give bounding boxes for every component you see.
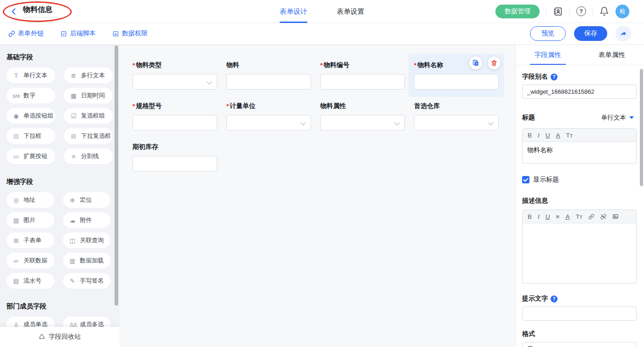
- canvas-field-material-code[interactable]: *物料编号: [320, 61, 405, 90]
- font-color-button[interactable]: A: [556, 132, 560, 139]
- remove-link-button[interactable]: [600, 214, 606, 220]
- sidebar-scrollbar[interactable]: [115, 46, 118, 306]
- field-type-signature[interactable]: ✎手写签名: [63, 273, 111, 289]
- bold-button[interactable]: B: [528, 213, 532, 220]
- alias-input[interactable]: _widget_1668821615862: [522, 85, 637, 99]
- bold-button[interactable]: B: [528, 132, 532, 139]
- pill-grid: T单行文本 ≣多行文本 123数字 ▦日期时间 ◉单选按钮组 ☑复选框组 ⊡下拉…: [6, 68, 110, 164]
- field-type-dropdown-multi[interactable]: ⊟下拉复选框: [64, 128, 113, 144]
- title-label-row: 标题 单行文本: [522, 112, 637, 124]
- field-select[interactable]: [320, 115, 405, 131]
- pill-label: 手写签名: [80, 277, 104, 285]
- copy-field-button[interactable]: [469, 57, 482, 69]
- field-type-divider-line[interactable]: ≡分割线: [64, 148, 113, 164]
- field-type-number[interactable]: 123数字: [6, 88, 55, 103]
- underline-button[interactable]: U: [546, 132, 550, 139]
- panel-scrollbar[interactable]: [640, 69, 643, 186]
- canvas-field-spec-model[interactable]: *规格型号: [132, 102, 217, 131]
- data-manage-button[interactable]: 数据管理: [495, 5, 540, 18]
- field-type-dropdown[interactable]: ⊡下拉框: [6, 128, 55, 144]
- user-avatar[interactable]: 检: [615, 5, 629, 18]
- canvas-field-initial-stock[interactable]: 期初库存: [132, 142, 217, 171]
- form-toolbar: 表单外链 后端脚本 数据权限 预览 保存: [0, 23, 644, 45]
- field-input[interactable]: [132, 115, 217, 131]
- signature-icon: ✎: [69, 278, 76, 284]
- back-button[interactable]: [9, 7, 18, 16]
- canvas-field-material-type[interactable]: *物料类型: [132, 61, 217, 90]
- field-input[interactable]: [132, 156, 217, 171]
- canvas-field-preferred-warehouse[interactable]: 首选仓库: [414, 102, 499, 131]
- field-type-address[interactable]: ◎地址: [6, 192, 54, 208]
- field-type-subform[interactable]: ⊞子表单: [6, 233, 54, 248]
- canvas-grid: *物料类型 物料 *物料编号: [120, 45, 515, 171]
- tab-form-properties[interactable]: 表单属性: [580, 45, 644, 65]
- italic-button[interactable]: I: [538, 132, 540, 139]
- field-input[interactable]: [226, 74, 311, 90]
- delete-field-button[interactable]: [488, 57, 500, 69]
- hint-input[interactable]: [522, 307, 637, 321]
- format-select[interactable]: 无: [522, 342, 637, 347]
- title-editor-content[interactable]: 物料名称: [523, 142, 636, 163]
- field-type-serial-number[interactable]: ▤流水号: [6, 273, 54, 289]
- font-color-button[interactable]: A: [565, 213, 569, 220]
- tab-field-properties[interactable]: 字段属性: [516, 45, 580, 65]
- field-type-checkbox-group[interactable]: ☑复选框组: [64, 108, 113, 124]
- italic-button[interactable]: I: [538, 213, 540, 220]
- form-canvas[interactable]: *物料类型 物料 *物料编号: [120, 45, 515, 347]
- field-type-location[interactable]: ⊕定位: [63, 192, 111, 208]
- field-type-attachment[interactable]: ☁附件: [63, 212, 111, 228]
- field-select[interactable]: [132, 74, 217, 90]
- hint-help-icon[interactable]: ?: [551, 296, 558, 302]
- field-select[interactable]: [226, 115, 311, 131]
- pill-label: 定位: [80, 196, 92, 204]
- share-button[interactable]: [615, 26, 631, 41]
- help-icon[interactable]: ?: [576, 6, 586, 16]
- field-type-extend-button[interactable]: ▭扩展按钮: [6, 148, 55, 164]
- field-label-text: 物料名称: [417, 61, 443, 69]
- tab-form-design[interactable]: 表单设计: [280, 0, 307, 23]
- canvas-field-material-attr[interactable]: 物料属性: [320, 102, 405, 131]
- preview-button[interactable]: 预览: [530, 26, 566, 41]
- field-type-single-line-text[interactable]: T单行文本: [6, 68, 55, 83]
- field-type-data-load[interactable]: ▥数据加载: [63, 253, 111, 268]
- save-button[interactable]: 保存: [574, 26, 607, 41]
- field-recycle-bin[interactable]: ♺ 字段回收站: [0, 327, 120, 347]
- canvas-field-unit[interactable]: *计量单位: [226, 102, 311, 131]
- font-size-button[interactable]: Tт: [575, 213, 582, 220]
- field-type-datetime[interactable]: ▦日期时间: [64, 88, 113, 103]
- backend-script-link[interactable]: 后端脚本: [60, 29, 96, 38]
- show-title-checkbox[interactable]: [522, 176, 529, 183]
- description-label-row: 描述信息: [522, 197, 637, 205]
- field-label-text: 计量单位: [230, 102, 255, 110]
- canvas-field-material-name-selected[interactable]: *物料名称: [408, 54, 504, 97]
- field-input[interactable]: [414, 74, 499, 90]
- field-type-dropdown[interactable]: 单行文本: [598, 112, 637, 124]
- field-type-linked-query[interactable]: ◫关联查询: [63, 233, 111, 248]
- page-title[interactable]: 物料信息: [23, 5, 52, 17]
- field-type-image[interactable]: ▧图片: [6, 212, 54, 228]
- field-type-multi-line-text[interactable]: ≣多行文本: [64, 68, 113, 83]
- alias-help-icon[interactable]: ?: [551, 74, 558, 80]
- toolbar-link-label: 数据权限: [122, 29, 148, 38]
- required-star: *: [320, 62, 322, 69]
- address-icon: ◎: [12, 197, 20, 204]
- insert-link-button[interactable]: [588, 214, 594, 220]
- align-button[interactable]: ≡: [556, 213, 560, 220]
- underline-button[interactable]: U: [546, 213, 550, 220]
- form-external-link[interactable]: 表单外链: [8, 29, 44, 38]
- field-input[interactable]: [320, 74, 405, 90]
- insert-image-button[interactable]: [612, 213, 619, 220]
- field-actions: [469, 57, 500, 69]
- field-type-radio-group[interactable]: ◉单选按钮组: [6, 108, 55, 124]
- field-select[interactable]: [414, 115, 499, 131]
- field-label: *物料编号: [320, 61, 405, 70]
- contacts-book-icon[interactable]: [553, 6, 563, 17]
- font-size-button[interactable]: Tт: [566, 132, 573, 139]
- field-type-linked-data[interactable]: ∞关联数据: [6, 253, 54, 268]
- data-permission-link[interactable]: 数据权限: [112, 29, 148, 38]
- description-editor-content[interactable]: [523, 223, 636, 283]
- notification-bell-icon[interactable]: [599, 6, 609, 16]
- tab-form-settings[interactable]: 表单设置: [337, 0, 364, 23]
- toolbar-right-group: 预览 保存: [530, 26, 631, 41]
- canvas-field-material[interactable]: 物料: [226, 61, 311, 90]
